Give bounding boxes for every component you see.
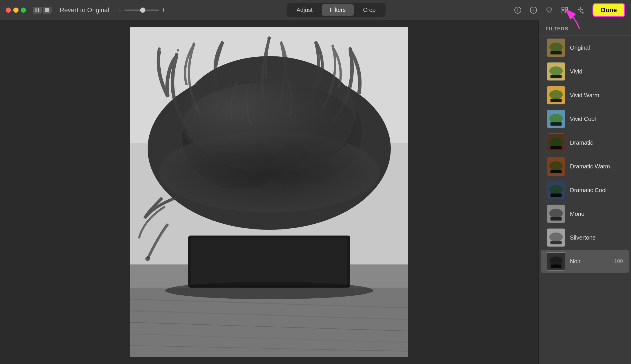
svg-point-51 [165, 282, 373, 299]
filter-label-mono: Mono [570, 211, 623, 217]
filter-item-mono[interactable]: Mono [541, 202, 629, 225]
svg-rect-0 [35, 8, 37, 12]
filter-item-vivid-cool[interactable]: Vivid Cool [541, 107, 629, 130]
svg-rect-25 [191, 238, 347, 285]
window-controls [33, 7, 52, 14]
done-button[interactable]: Done [593, 3, 625, 17]
slider-increase-icon[interactable]: + [162, 6, 165, 14]
svg-point-8 [533, 10, 534, 10]
traffic-lights [6, 8, 26, 13]
filter-thumb-mono [547, 205, 565, 223]
svg-point-72 [549, 185, 563, 194]
photo-area [0, 20, 538, 364]
svg-point-52 [145, 256, 150, 261]
sidebar-toggle-button[interactable] [33, 7, 42, 14]
photo-frame [130, 27, 408, 357]
filter-item-silvertone[interactable]: Silvertone [541, 226, 629, 249]
fit-to-screen-icon[interactable] [560, 5, 570, 15]
filter-thumb-vivid-cool [547, 110, 565, 128]
filter-list: Original Vivid Vivid Warm Vivid Cool Dra… [539, 36, 631, 273]
minimize-button[interactable] [13, 8, 19, 13]
svg-point-81 [550, 256, 563, 265]
svg-point-34 [348, 47, 352, 51]
tab-adjust[interactable]: Adjust [288, 4, 321, 16]
toolbar-icons: i [513, 5, 586, 15]
filter-thumb-original [547, 38, 565, 57]
filters-sidebar: FILTERS Original Vivid Vivid Warm Vivid … [538, 20, 631, 364]
titlebar: Revert to Original − + Adjust Filters Cr… [0, 0, 631, 20]
svg-rect-2 [45, 8, 49, 10]
info-icon[interactable]: i [513, 5, 523, 15]
svg-rect-58 [551, 75, 562, 78]
tab-crop[interactable]: Crop [355, 4, 384, 16]
filter-item-vivid[interactable]: Vivid [541, 60, 629, 83]
zoom-slider[interactable] [124, 10, 159, 11]
filter-item-original[interactable]: Original [541, 36, 629, 59]
filter-label-vivid-warm: Vivid Warm [570, 92, 623, 99]
filter-item-dramatic-cool[interactable]: Dramatic Cool [541, 179, 629, 202]
filter-item-noir[interactable]: Noir100 [541, 250, 629, 273]
filter-item-dramatic-warm[interactable]: Dramatic Warm [541, 155, 629, 178]
main-content: FILTERS Original Vivid Vivid Warm Vivid … [0, 20, 631, 364]
svg-point-30 [175, 53, 178, 56]
svg-point-36 [267, 36, 271, 40]
svg-point-7 [532, 10, 533, 10]
more-options-icon[interactable] [528, 5, 539, 15]
svg-point-9 [535, 10, 535, 10]
svg-rect-82 [551, 264, 562, 268]
zoom-button[interactable] [21, 8, 26, 13]
filter-thumb-dramatic-cool [547, 181, 565, 199]
svg-rect-67 [551, 146, 562, 150]
filter-thumb-silvertone [547, 228, 565, 247]
svg-point-32 [158, 47, 161, 50]
filter-thumb-vivid-warm [547, 86, 565, 104]
filter-label-dramatic-warm: Dramatic Warm [570, 163, 623, 170]
svg-rect-76 [551, 217, 562, 221]
zoom-slider-container: − + [118, 6, 165, 14]
svg-rect-11 [565, 7, 568, 10]
filter-label-noir: Noir [570, 258, 610, 265]
filters-header: FILTERS [539, 20, 631, 36]
svg-point-63 [549, 114, 563, 123]
filter-thumb-dramatic [547, 133, 565, 152]
svg-rect-1 [38, 8, 39, 12]
svg-rect-10 [562, 7, 564, 10]
filter-label-original: Original [570, 45, 623, 51]
svg-point-35 [331, 45, 334, 47]
tab-filters[interactable]: Filters [322, 4, 354, 16]
filter-label-dramatic-cool: Dramatic Cool [570, 187, 623, 194]
svg-point-78 [549, 233, 563, 242]
slider-decrease-icon[interactable]: − [118, 6, 122, 14]
filter-label-vivid-cool: Vivid Cool [570, 116, 623, 122]
close-button[interactable] [6, 8, 11, 13]
svg-rect-64 [551, 122, 562, 126]
svg-point-50 [182, 82, 356, 169]
layout-toggle-button[interactable] [43, 7, 52, 14]
svg-rect-55 [551, 51, 562, 55]
svg-rect-70 [551, 170, 562, 173]
filter-label-silvertone: Silvertone [570, 234, 623, 241]
photo-image [130, 27, 408, 357]
edit-tabs: Adjust Filters Crop [287, 3, 385, 17]
filter-label-vivid: Vivid [570, 68, 623, 75]
svg-point-69 [549, 161, 563, 170]
svg-rect-61 [551, 99, 562, 102]
svg-text:i: i [517, 8, 518, 12]
favorite-icon[interactable] [544, 5, 554, 15]
filter-item-vivid-warm[interactable]: Vivid Warm [541, 84, 629, 107]
filter-item-dramatic[interactable]: Dramatic [541, 131, 629, 154]
svg-point-75 [549, 209, 563, 218]
filter-label-dramatic: Dramatic [570, 139, 623, 146]
slider-thumb[interactable] [140, 8, 145, 13]
svg-rect-73 [551, 194, 562, 197]
svg-rect-12 [562, 11, 564, 13]
svg-rect-13 [565, 11, 568, 13]
enhance-icon[interactable] [575, 5, 586, 15]
revert-to-original-button[interactable]: Revert to Original [56, 5, 113, 16]
filter-thumb-dramatic-warm [547, 157, 565, 176]
svg-point-33 [192, 43, 195, 45]
svg-point-60 [549, 90, 563, 99]
svg-rect-3 [45, 10, 49, 12]
svg-point-31 [177, 49, 179, 52]
filter-value-noir: 100 [614, 258, 623, 264]
